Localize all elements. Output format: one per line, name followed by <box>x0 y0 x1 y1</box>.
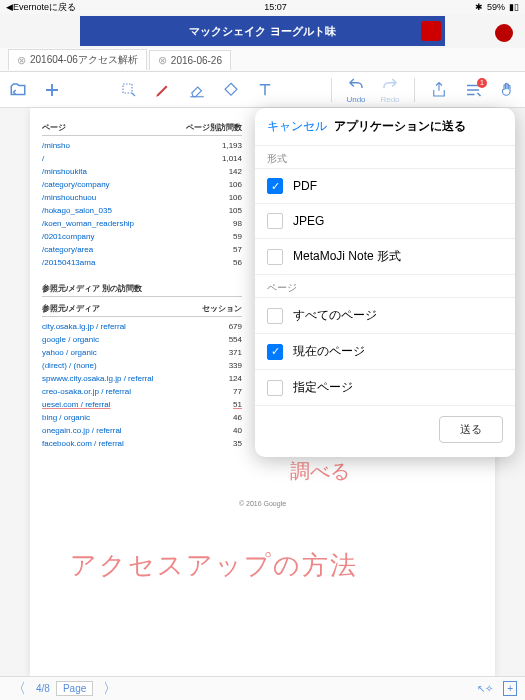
status-bar: ◀Evernoteに戻る 15:07 ✱ 59% ▮▯ <box>0 0 525 14</box>
option-label: 指定ページ <box>293 379 353 396</box>
table-row: facebook.com / referral35 <box>42 437 242 450</box>
table-row: /minshouchuou106 <box>42 191 242 204</box>
col-header: ページ別訪問数 <box>186 122 242 133</box>
table-row: /minshoukita142 <box>42 165 242 178</box>
checkbox[interactable] <box>267 308 283 324</box>
diamond-icon[interactable] <box>221 80 241 100</box>
checkbox[interactable] <box>267 380 283 396</box>
send-popover: キャンセル アプリケーションに送る 形式 ✓PDFJPEGMetaMoJi No… <box>255 108 515 457</box>
checkbox[interactable]: ✓ <box>267 178 283 194</box>
format-option[interactable]: JPEG <box>255 204 515 239</box>
badge: 1 <box>477 78 487 88</box>
bluetooth-icon: ✱ <box>475 2 483 12</box>
page-label[interactable]: Page <box>56 681 93 696</box>
mcdonalds-logo <box>421 21 441 41</box>
table-row: bing / organic46 <box>42 411 242 424</box>
copyright: © 2016 Google <box>42 500 483 507</box>
text-icon[interactable] <box>255 80 275 100</box>
bottom-bar: 〈 4/8 Page 〉 ↖✧ + <box>0 676 525 700</box>
table-row: onegain.co.jp / referral40 <box>42 424 242 437</box>
table-row: creo-osaka.or.jp / referral77 <box>42 385 242 398</box>
pen-icon[interactable] <box>153 80 173 100</box>
table-row: uesei.com / referral51 <box>42 398 242 411</box>
tab-0[interactable]: ⊗201604-06アクセス解析 <box>8 49 147 70</box>
info-button[interactable] <box>495 24 513 42</box>
pointer-icon[interactable]: ↖✧ <box>477 683 493 694</box>
col-header: セッション <box>202 303 242 314</box>
close-icon[interactable]: ⊗ <box>17 54 26 67</box>
list-icon[interactable]: 1 <box>463 80 483 100</box>
prev-page-button[interactable]: 〈 <box>8 680 30 698</box>
svg-rect-0 <box>123 84 132 93</box>
tab-bar: ⊗201604-06アクセス解析 ⊗2016-06-26 <box>0 48 525 72</box>
checkbox[interactable] <box>267 213 283 229</box>
format-section-label: 形式 <box>255 146 515 168</box>
section-title: 参照元/メディア 別の訪問数 <box>42 283 142 294</box>
col-header: 参照元/メディア <box>42 303 100 314</box>
option-label: JPEG <box>293 214 324 228</box>
table-row: /20150413ama56 <box>42 256 242 269</box>
folder-back-icon[interactable] <box>8 80 28 100</box>
page-option[interactable]: 指定ページ <box>255 370 515 406</box>
option-label: 現在のページ <box>293 343 365 360</box>
add-page-icon[interactable]: + <box>503 681 517 696</box>
battery-icon: ▮▯ <box>509 2 519 12</box>
table-row: /category/area57 <box>42 243 242 256</box>
page-option[interactable]: すべてのページ <box>255 298 515 334</box>
cancel-button[interactable]: キャンセル <box>267 118 327 135</box>
col-header: ページ <box>42 122 66 133</box>
tab-1[interactable]: ⊗2016-06-26 <box>149 50 231 70</box>
table-row: city.osaka.lg.jp / referral679 <box>42 320 242 333</box>
checkbox[interactable] <box>267 249 283 265</box>
table-row: yahoo / organic371 <box>42 346 242 359</box>
page-option[interactable]: ✓現在のページ <box>255 334 515 370</box>
share-icon[interactable] <box>429 80 449 100</box>
option-label: PDF <box>293 179 317 193</box>
back-to-app[interactable]: ◀Evernoteに戻る <box>6 1 76 14</box>
table-row: (direct) / (none)339 <box>42 359 242 372</box>
next-page-button[interactable]: 〉 <box>99 680 121 698</box>
page-section-label: ページ <box>255 275 515 297</box>
format-option[interactable]: MetaMoJi Note 形式 <box>255 239 515 275</box>
ad-banner[interactable]: マックシェイク ヨーグルト味 <box>80 16 445 46</box>
table-row: spwww.city.osaka.lg.jp / referral124 <box>42 372 242 385</box>
add-icon[interactable] <box>42 80 62 100</box>
hand-icon[interactable] <box>497 80 517 100</box>
send-button[interactable]: 送る <box>439 416 503 443</box>
redo-button[interactable]: Redo <box>380 75 400 104</box>
table-row: /category/company106 <box>42 178 242 191</box>
battery-text: 59% <box>487 2 505 12</box>
undo-button[interactable]: Undo <box>346 75 366 104</box>
handwriting-text: アクセスアップの方法 <box>70 548 358 583</box>
tab-label: 201604-06アクセス解析 <box>30 53 138 67</box>
eraser-icon[interactable] <box>187 80 207 100</box>
popover-title: アプリケーションに送る <box>327 118 473 135</box>
table-row: google / organic554 <box>42 333 242 346</box>
option-label: すべてのページ <box>293 307 377 324</box>
close-icon[interactable]: ⊗ <box>158 54 167 67</box>
toolbar: Undo Redo 1 <box>0 72 525 108</box>
page-indicator: 4/8 <box>36 683 50 694</box>
format-option[interactable]: ✓PDF <box>255 169 515 204</box>
tab-label: 2016-06-26 <box>171 55 222 66</box>
lasso-icon[interactable] <box>119 80 139 100</box>
table-row: /koen_woman_readership98 <box>42 217 242 230</box>
ad-text: マックシェイク ヨーグルト味 <box>189 24 335 39</box>
table-row: /0201company59 <box>42 230 242 243</box>
checkbox[interactable]: ✓ <box>267 344 283 360</box>
clock: 15:07 <box>264 2 287 12</box>
table-row: /1,014 <box>42 152 242 165</box>
table-row: /hokago_salon_035105 <box>42 204 242 217</box>
option-label: MetaMoJi Note 形式 <box>293 248 401 265</box>
table-row: /minsho1,193 <box>42 139 242 152</box>
